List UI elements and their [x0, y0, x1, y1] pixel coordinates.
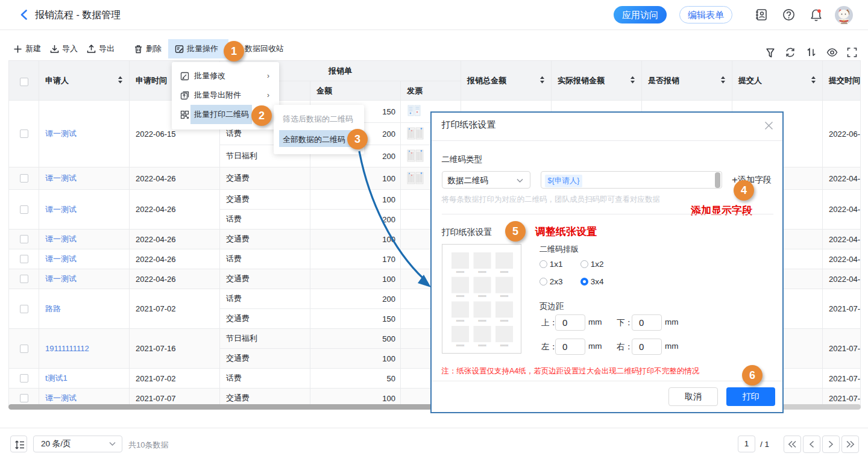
svg-text:xxxxxx: xxxxxx — [478, 344, 486, 347]
svg-text:xxxxxx: xxxxxx — [500, 344, 508, 347]
svg-text:xxxxxx: xxxxxx — [478, 270, 486, 273]
svg-text:xxxxxx: xxxxxx — [456, 295, 464, 298]
svg-text:xxxxxx: xxxxxx — [500, 295, 508, 298]
svg-text:xxxxxx: xxxxxx — [456, 319, 464, 322]
svg-text:xxxxxx: xxxxxx — [500, 270, 508, 273]
svg-text:xxxxxx: xxxxxx — [478, 319, 486, 322]
svg-text:xxxxxx: xxxxxx — [456, 270, 464, 273]
svg-text:xxxxxx: xxxxxx — [478, 295, 486, 298]
svg-text:xxxxxx: xxxxxx — [456, 344, 464, 347]
svg-text:xxxxxx: xxxxxx — [500, 319, 508, 322]
